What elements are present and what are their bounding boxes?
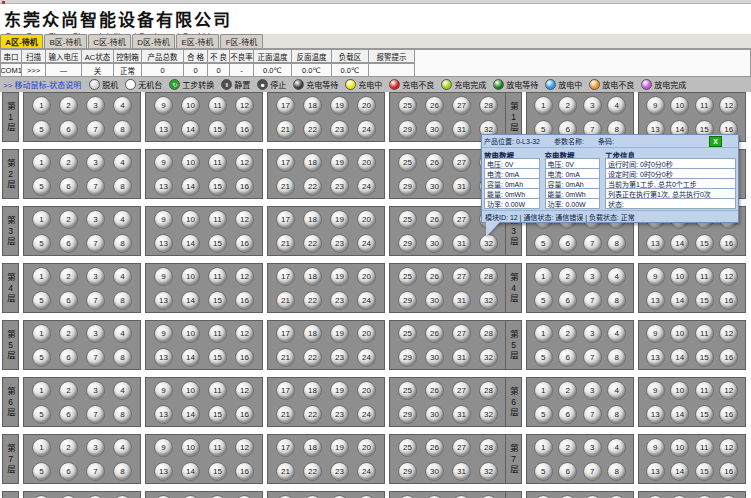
product-slot[interactable]: 6 — [59, 291, 78, 310]
product-slot[interactable]: 27 — [452, 324, 471, 343]
product-slot[interactable]: 9 — [154, 96, 173, 115]
product-slot[interactable]: 18 — [303, 438, 322, 457]
product-slot[interactable]: 2 — [59, 324, 78, 343]
product-slot[interactable]: 18 — [303, 381, 322, 400]
product-slot[interactable]: 16 — [719, 291, 738, 310]
product-slot[interactable]: 24 — [357, 120, 376, 139]
product-slot[interactable]: 11 — [695, 96, 714, 115]
product-slot[interactable]: 12 — [719, 438, 738, 457]
product-slot[interactable]: 10 — [670, 438, 689, 457]
product-slot[interactable]: 5 — [32, 405, 51, 424]
product-slot[interactable]: 25 — [398, 438, 417, 457]
product-slot[interactable]: 25 — [398, 153, 417, 172]
product-slot[interactable]: 26 — [425, 495, 444, 498]
product-slot[interactable]: 2 — [558, 96, 577, 115]
product-slot[interactable]: 3 — [583, 324, 602, 343]
product-slot[interactable]: 9 — [154, 153, 173, 172]
product-slot[interactable]: 3 — [583, 381, 602, 400]
product-slot[interactable]: 8 — [113, 120, 132, 139]
popup-close-button[interactable]: X — [709, 136, 722, 147]
product-slot[interactable]: 6 — [558, 348, 577, 367]
product-slot[interactable]: 12 — [719, 381, 738, 400]
product-slot[interactable]: 2 — [59, 381, 78, 400]
product-slot[interactable]: 29 — [398, 120, 417, 139]
product-slot[interactable]: 13 — [646, 462, 665, 481]
product-slot[interactable]: 9 — [154, 438, 173, 457]
product-slot[interactable]: 21 — [276, 120, 295, 139]
product-slot[interactable]: 21 — [276, 291, 295, 310]
product-slot[interactable]: 5 — [534, 291, 553, 310]
product-slot[interactable]: 24 — [357, 291, 376, 310]
product-slot[interactable]: 32 — [479, 291, 498, 310]
product-slot[interactable]: 6 — [59, 348, 78, 367]
product-slot[interactable]: 16 — [235, 405, 254, 424]
product-slot[interactable]: 18 — [303, 267, 322, 286]
product-slot[interactable]: 1 — [32, 267, 51, 286]
product-slot[interactable]: 6 — [59, 234, 78, 253]
product-slot[interactable]: 14 — [670, 291, 689, 310]
product-slot[interactable]: 11 — [208, 153, 227, 172]
product-slot[interactable]: 31 — [452, 462, 471, 481]
product-slot[interactable]: 27 — [452, 495, 471, 498]
product-slot[interactable]: 26 — [425, 210, 444, 229]
product-slot[interactable]: 23 — [330, 120, 349, 139]
product-slot[interactable]: 5 — [534, 348, 553, 367]
product-slot[interactable]: 13 — [154, 462, 173, 481]
product-slot[interactable]: 17 — [276, 267, 295, 286]
product-slot[interactable]: 2 — [558, 324, 577, 343]
product-slot[interactable]: 15 — [208, 177, 227, 196]
product-slot[interactable]: 18 — [303, 495, 322, 498]
product-slot[interactable]: 22 — [303, 177, 322, 196]
product-slot[interactable]: 31 — [452, 291, 471, 310]
product-slot[interactable]: 3 — [86, 153, 105, 172]
product-slot[interactable]: 17 — [276, 210, 295, 229]
product-slot[interactable]: 3 — [86, 381, 105, 400]
product-slot[interactable]: 10 — [181, 153, 200, 172]
product-slot[interactable]: 29 — [398, 348, 417, 367]
product-slot[interactable]: 7 — [86, 462, 105, 481]
product-slot[interactable]: 19 — [330, 210, 349, 229]
product-slot[interactable]: 11 — [208, 495, 227, 498]
product-slot[interactable]: 23 — [330, 462, 349, 481]
product-slot[interactable]: 31 — [452, 177, 471, 196]
product-slot[interactable]: 8 — [113, 462, 132, 481]
product-slot[interactable]: 14 — [670, 234, 689, 253]
product-slot[interactable]: 16 — [719, 405, 738, 424]
product-slot[interactable]: 12 — [719, 495, 738, 498]
product-slot[interactable]: 10 — [181, 267, 200, 286]
product-slot[interactable]: 13 — [154, 120, 173, 139]
product-slot[interactable]: 26 — [425, 381, 444, 400]
product-slot[interactable]: 6 — [558, 234, 577, 253]
tab-zone-f[interactable]: F区-待机 — [220, 34, 263, 48]
product-slot[interactable]: 5 — [534, 405, 553, 424]
product-slot[interactable]: 4 — [113, 153, 132, 172]
product-slot[interactable]: 14 — [181, 234, 200, 253]
product-slot[interactable]: 21 — [276, 405, 295, 424]
product-slot[interactable]: 9 — [154, 324, 173, 343]
product-slot[interactable]: 3 — [583, 495, 602, 498]
product-slot[interactable]: 15 — [695, 462, 714, 481]
product-slot[interactable]: 7 — [583, 234, 602, 253]
product-slot[interactable]: 20 — [357, 324, 376, 343]
product-slot[interactable]: 7 — [86, 120, 105, 139]
product-slot[interactable]: 11 — [208, 267, 227, 286]
product-slot[interactable]: 8 — [113, 234, 132, 253]
product-slot[interactable]: 12 — [235, 438, 254, 457]
product-slot[interactable]: 6 — [59, 177, 78, 196]
product-slot[interactable]: 4 — [607, 324, 626, 343]
product-slot[interactable]: 22 — [303, 234, 322, 253]
product-slot[interactable]: 2 — [558, 438, 577, 457]
product-slot[interactable]: 18 — [303, 210, 322, 229]
product-slot[interactable]: 7 — [86, 234, 105, 253]
product-slot[interactable]: 21 — [276, 234, 295, 253]
product-slot[interactable]: 26 — [425, 267, 444, 286]
product-slot[interactable]: 24 — [357, 405, 376, 424]
product-slot[interactable]: 12 — [235, 381, 254, 400]
product-slot[interactable]: 12 — [719, 96, 738, 115]
product-slot[interactable]: 4 — [607, 438, 626, 457]
product-slot[interactable]: 13 — [154, 177, 173, 196]
product-slot[interactable]: 6 — [558, 405, 577, 424]
product-slot[interactable]: 30 — [425, 348, 444, 367]
product-slot[interactable]: 4 — [113, 495, 132, 498]
tab-zone-d[interactable]: D区-待机 — [132, 34, 175, 48]
